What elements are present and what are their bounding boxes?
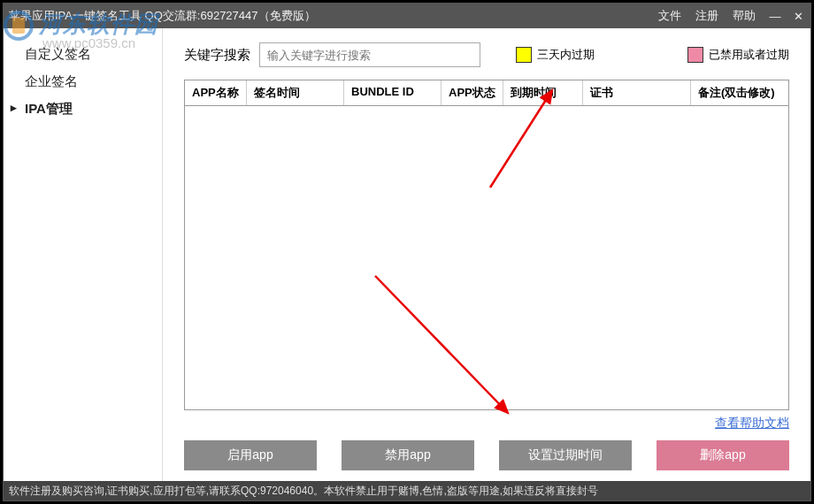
help-row: 查看帮助文档 xyxy=(184,410,789,437)
search-row: 关键字搜索 三天内过期 已禁用或者过期 xyxy=(184,42,789,67)
menu-file[interactable]: 文件 xyxy=(658,8,681,24)
disable-app-button[interactable]: 禁用app xyxy=(342,440,474,470)
window-title: 苹果应用IPA一键签名工具 QQ交流群:692727447（免费版） xyxy=(9,8,658,24)
legend-expiring-label: 三天内过期 xyxy=(537,47,595,63)
status-bar: 软件注册及购买咨询,证书购买,应用打包等,请联系QQ:972046040。本软件… xyxy=(4,481,810,500)
menu-register[interactable]: 注册 xyxy=(695,8,718,24)
enable-app-button[interactable]: 启用app xyxy=(184,440,317,470)
legend-expiring: 三天内过期 xyxy=(516,47,595,63)
table-header: APP名称 签名时间 BUNDLE ID APP状态 到期时间 证书 备注(双击… xyxy=(185,80,788,106)
legend-disabled-label: 已禁用或者过期 xyxy=(709,47,789,63)
sidebar-item-enterprise-sign[interactable]: 企业签名 xyxy=(4,68,162,95)
delete-app-button[interactable]: 删除app xyxy=(657,440,789,470)
app-table: APP名称 签名时间 BUNDLE ID APP状态 到期时间 证书 备注(双击… xyxy=(184,80,789,410)
col-app-name[interactable]: APP名称 xyxy=(185,80,247,105)
minimize-icon[interactable]: — xyxy=(768,10,782,23)
search-input[interactable] xyxy=(259,42,480,67)
menu-bar: 文件 注册 帮助 xyxy=(658,8,756,24)
help-link[interactable]: 查看帮助文档 xyxy=(715,416,789,430)
sidebar: 自定义签名 企业签名 IPA管理 xyxy=(4,28,163,481)
search-label: 关键字搜索 xyxy=(184,47,250,64)
titlebar: 苹果应用IPA一键签名工具 QQ交流群:692727447（免费版） 文件 注册… xyxy=(4,4,810,28)
col-remark[interactable]: 备注(双击修改) xyxy=(691,80,788,105)
swatch-expiring xyxy=(516,47,532,63)
button-row: 启用app 禁用app 设置过期时间 删除app xyxy=(184,437,789,470)
set-expire-button[interactable]: 设置过期时间 xyxy=(499,440,632,470)
col-expire-time[interactable]: 到期时间 xyxy=(503,80,583,105)
legend-disabled: 已禁用或者过期 xyxy=(687,47,789,63)
footer-text: 软件注册及购买咨询,证书购买,应用打包等,请联系QQ:972046040。本软件… xyxy=(9,484,598,499)
col-app-status[interactable]: APP状态 xyxy=(442,80,503,105)
col-sign-time[interactable]: 签名时间 xyxy=(247,80,344,105)
main-panel: 关键字搜索 三天内过期 已禁用或者过期 APP名称 签名时间 BUNDLE ID xyxy=(163,28,810,481)
menu-help[interactable]: 帮助 xyxy=(733,8,756,24)
table-body[interactable] xyxy=(185,106,788,409)
col-cert[interactable]: 证书 xyxy=(583,80,691,105)
window-controls: — ✕ xyxy=(768,10,805,23)
sidebar-item-custom-sign[interactable]: 自定义签名 xyxy=(4,41,162,68)
sidebar-item-ipa-manage[interactable]: IPA管理 xyxy=(4,95,162,123)
close-icon[interactable]: ✕ xyxy=(791,10,805,23)
swatch-disabled xyxy=(687,47,703,63)
col-bundle-id[interactable]: BUNDLE ID xyxy=(344,80,442,105)
